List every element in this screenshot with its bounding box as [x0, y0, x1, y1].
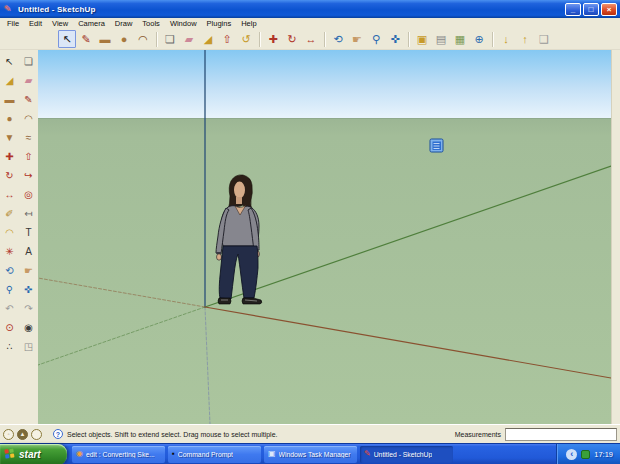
follow-me-tool[interactable]: ↪	[20, 167, 37, 184]
line-tool[interactable]: ✎	[20, 91, 37, 108]
menu-item-draw[interactable]: Draw	[110, 18, 138, 29]
component-icon[interactable]	[430, 139, 443, 152]
pan-tool[interactable]: ☛	[348, 30, 366, 48]
menu-item-window[interactable]: Window	[165, 18, 202, 29]
eraser-tool[interactable]: ▰	[20, 72, 37, 89]
rectangle-tool[interactable]: ▬	[1, 91, 18, 108]
zoom-extents-tool[interactable]: ✜	[20, 281, 37, 298]
viewport-canvas[interactable]	[38, 50, 611, 424]
make-component-tool[interactable]: ❏	[20, 53, 37, 70]
tool-icon: ↻	[287, 30, 296, 48]
status-geolocation-icon[interactable]: ▲	[17, 429, 28, 440]
preview-google-earth-tool[interactable]: ⊕	[470, 30, 488, 48]
rotate-tool[interactable]: ↻	[1, 167, 18, 184]
text-tool[interactable]: T	[20, 224, 37, 241]
task-untitled-sketchup[interactable]: ✎ Untitled - SketchUp	[360, 446, 453, 463]
menu-item-file[interactable]: File	[2, 18, 24, 29]
help-icon[interactable]: ?	[53, 429, 63, 439]
main-area: ↖ ❏ ◢ ▰ ▬ ✎ ● ◠	[0, 50, 620, 424]
pan-tool[interactable]: ☛	[20, 262, 37, 279]
toolbar-separator	[259, 32, 261, 47]
move-tool[interactable]: ✚	[1, 148, 18, 165]
line-tool[interactable]: ✎	[77, 30, 95, 48]
arc-tool[interactable]: ◠	[134, 30, 152, 48]
push-pull-tool[interactable]: ⇧	[218, 30, 236, 48]
push-pull-tool[interactable]: ⇧	[20, 148, 37, 165]
circle-tool[interactable]: ●	[115, 30, 133, 48]
previous-view-tool[interactable]: ↶	[1, 300, 18, 317]
hidden-icons-chevron[interactable]: ‹	[566, 449, 577, 460]
make-component-tool[interactable]: ❏	[161, 30, 179, 48]
component-box-tool[interactable]: ❑	[535, 30, 553, 48]
photo-textures-tool[interactable]: ▦	[451, 30, 469, 48]
menu-item-tools[interactable]: Tools	[137, 18, 165, 29]
palette-tool-icon: ↶	[5, 303, 13, 314]
offset-tool[interactable]: ◎	[20, 186, 37, 203]
measurements-input[interactable]	[505, 428, 617, 441]
polygon-tool[interactable]: ▼	[1, 129, 18, 146]
sketchup-window: ✎ Untitled - SketchUp _ □ × FileEditView…	[0, 0, 620, 443]
paint-bucket-tool[interactable]: ◢	[199, 30, 217, 48]
position-camera-tool[interactable]: ⊙	[1, 319, 18, 336]
minimize-button[interactable]: _	[565, 3, 581, 16]
dimension-tool[interactable]: ↤	[20, 205, 37, 222]
task-command-prompt[interactable]: ▪ Command Prompt	[168, 446, 261, 463]
scale-tool[interactable]: ↔	[302, 30, 320, 48]
status-attribution-icon[interactable]: ◦	[3, 429, 14, 440]
palette-tool-icon: ▬	[5, 94, 15, 105]
protractor-tool[interactable]: ◠	[1, 224, 18, 241]
title-bar[interactable]: ✎ Untitled - SketchUp _ □ ×	[0, 0, 620, 18]
tool-icon: ▦	[455, 30, 465, 48]
move-tool[interactable]: ✚	[264, 30, 282, 48]
share-models-tool[interactable]: ↑	[516, 30, 534, 48]
get-models-tool[interactable]: ↓	[497, 30, 515, 48]
zoom-tool[interactable]: ⚲	[367, 30, 385, 48]
close-button[interactable]: ×	[601, 3, 617, 16]
status-icon-glyph: ▲	[20, 431, 26, 437]
palette-tool-icon: ✳	[5, 246, 13, 257]
rectangle-tool[interactable]: ▬	[96, 30, 114, 48]
menu-item-plugins[interactable]: Plugins	[202, 18, 237, 29]
model-viewport[interactable]	[38, 50, 611, 424]
select-tool[interactable]: ↖	[1, 53, 18, 70]
paint-bucket-tool[interactable]: ◢	[1, 72, 18, 89]
toggle-terrain-tool[interactable]: ▤	[432, 30, 450, 48]
restore-button[interactable]: □	[583, 3, 599, 16]
palette-tool-icon: ◎	[24, 189, 33, 200]
palette-tool-icon: ⇧	[24, 151, 32, 162]
menu-item-view[interactable]: View	[47, 18, 73, 29]
tool-icon: ▣	[417, 30, 427, 48]
freehand-tool[interactable]: ≈	[20, 129, 37, 146]
follow-me-tool[interactable]: ↺	[237, 30, 255, 48]
tray-app-icon[interactable]	[581, 450, 590, 459]
select-tool[interactable]: ↖	[58, 30, 76, 48]
start-button[interactable]: start	[0, 444, 67, 464]
arc-tool[interactable]: ◠	[20, 110, 37, 127]
look-around-tool[interactable]: ◉	[20, 319, 37, 336]
axes-tool[interactable]: ✳	[1, 243, 18, 260]
zoom-tool[interactable]: ⚲	[1, 281, 18, 298]
status-claim-icon[interactable]	[31, 429, 42, 440]
task-windows-task-manager[interactable]: ▣ Windows Task Manager	[264, 446, 357, 463]
eraser-tool[interactable]: ▰	[180, 30, 198, 48]
menu-item-help[interactable]: Help	[236, 18, 261, 29]
task-edit-converting[interactable]: ◉ edit : Converting Ske...	[72, 446, 165, 463]
circle-tool[interactable]: ●	[1, 110, 18, 127]
large-tool-set-palette: ↖ ❏ ◢ ▰ ▬ ✎ ● ◠	[0, 50, 38, 424]
3d-text-tool[interactable]: A	[20, 243, 37, 260]
tool-icon: ▰	[185, 30, 193, 48]
tape-measure-tool[interactable]: ✐	[1, 205, 18, 222]
scale-tool[interactable]: ↔	[1, 186, 18, 203]
walk-tool[interactable]: ∴	[1, 338, 18, 355]
zoom-extents-tool[interactable]: ✜	[386, 30, 404, 48]
menu-item-edit[interactable]: Edit	[24, 18, 47, 29]
menu-item-camera[interactable]: Camera	[73, 18, 110, 29]
orbit-tool[interactable]: ⟲	[329, 30, 347, 48]
person-neck	[236, 197, 242, 204]
palette-tool-icon: ↔	[5, 189, 15, 200]
next-view-tool[interactable]: ↷	[20, 300, 37, 317]
section-plane-tool[interactable]: ◳	[20, 338, 37, 355]
rotate-tool[interactable]: ↻	[283, 30, 301, 48]
orbit-tool[interactable]: ⟲	[1, 262, 18, 279]
add-location-tool[interactable]: ▣	[413, 30, 431, 48]
